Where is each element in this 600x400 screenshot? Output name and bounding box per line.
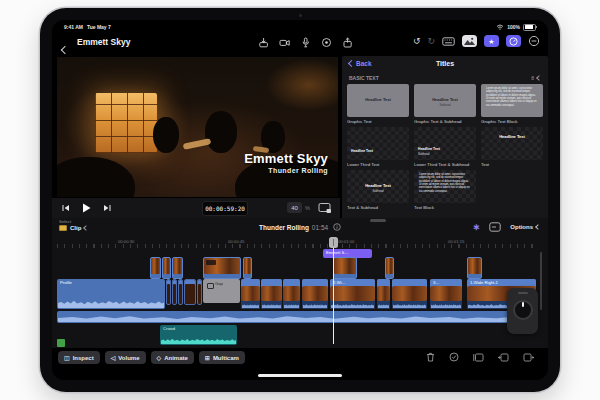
media-browser-button[interactable] xyxy=(462,35,477,47)
headline-text: Headline Text xyxy=(347,97,409,102)
title-thumbnail: Headline TextSubhead xyxy=(347,170,409,203)
headline-text: Headline Text xyxy=(347,183,409,188)
timeline-clip-video[interactable] xyxy=(150,257,161,279)
timeline-clip-mini[interactable] xyxy=(197,279,202,305)
animate-icon: ◇ xyxy=(157,354,162,361)
timeline-clip-video[interactable] xyxy=(385,257,394,279)
timeline-clip-profile[interactable]: Profile xyxy=(57,279,165,309)
microphone-button[interactable] xyxy=(300,37,311,48)
timeline-view-button[interactable] xyxy=(489,222,501,232)
status-time: 9:41 AM xyxy=(64,24,83,30)
timeline-clip-main[interactable] xyxy=(302,279,328,309)
skip-forward-button[interactable] xyxy=(103,204,111,212)
titles-browser-button[interactable]: ★ xyxy=(484,35,499,47)
connect-clip-button[interactable] xyxy=(473,353,484,362)
animate-button[interactable]: ◇Animate xyxy=(151,351,194,364)
battery-icon xyxy=(523,24,536,31)
camera-button[interactable] xyxy=(279,37,290,48)
timeline-clip-video[interactable] xyxy=(172,257,183,279)
inspector-button[interactable] xyxy=(506,35,521,47)
timeline-clip-mini[interactable] xyxy=(184,279,196,305)
timeline-scrollbar[interactable] xyxy=(540,252,542,310)
lorem-text: Lorem ipsum dolor sit amet, consectetur … xyxy=(414,170,476,196)
timeline-clip-gap[interactable]: Gap xyxy=(203,279,240,303)
edit-action-icons xyxy=(426,352,534,362)
timeline-clip-green[interactable] xyxy=(57,339,65,347)
share-button[interactable] xyxy=(342,37,353,48)
play-button[interactable] xyxy=(82,203,91,213)
title-thumbnail: Headline Text xyxy=(347,127,409,160)
timeline-clip-video[interactable] xyxy=(162,257,171,279)
subhead-text: Subhead xyxy=(347,189,409,193)
title-overlay: Emmett Skyy Thunder Rolling xyxy=(244,151,328,174)
redo-button[interactable]: ↻ xyxy=(427,37,435,46)
lorem-text: Lorem ipsum dolor sit amet, consectetur … xyxy=(481,84,543,110)
title-template-lower-third-text-subhead[interactable]: Headline TextSubheadLower Third Text & S… xyxy=(414,127,476,167)
hide-interface-button[interactable] xyxy=(528,35,540,47)
insert-clip-button[interactable] xyxy=(498,353,509,362)
timeline-clip-main[interactable] xyxy=(392,279,427,309)
title-template-text-block[interactable]: Lorem ipsum dolor sit amet, consectetur … xyxy=(414,170,476,210)
title-template-label: Graphic Text & Subhead xyxy=(414,119,476,124)
title-template-graphic-text-subhead[interactable]: Headline TextSubheadGraphic Text & Subhe… xyxy=(414,84,476,124)
title-template-graphic-text-block[interactable]: Lorem ipsum dolor sit amet, consectetur … xyxy=(481,84,543,124)
timeline-ruler[interactable]: 00:00:3000:00:4500:01:0000:01:15 xyxy=(52,238,548,249)
title-template-text-subhead[interactable]: Headline TextSubheadText & Subhead xyxy=(347,170,409,210)
ruler-label: 00:00:30 xyxy=(118,239,134,244)
timeline-resize-handle[interactable] xyxy=(370,219,386,222)
options-button[interactable]: Options xyxy=(510,224,540,230)
section-label: BASIC TEXT xyxy=(349,75,379,81)
info-icon[interactable] xyxy=(333,223,341,231)
timeline-clip-mini[interactable] xyxy=(172,279,177,305)
audience-silhouette xyxy=(57,157,135,197)
viewer-zoom-value[interactable]: 40 xyxy=(287,202,302,213)
title-template-graphic-text[interactable]: Headline TextGraphic Text xyxy=(347,84,409,124)
title-template-text[interactable]: Headline TextText xyxy=(481,127,543,167)
timeline-clip-crowd[interactable]: Crowd xyxy=(160,325,237,345)
timeline-clip-mini[interactable] xyxy=(166,279,171,305)
keyboard-button[interactable] xyxy=(442,37,455,46)
timeline-clip-main[interactable]: 2-Wi… xyxy=(330,279,375,309)
main-area: Emmett Skyy Thunder Rolling 00:00:59:20 … xyxy=(52,56,548,218)
skip-back-button[interactable] xyxy=(62,204,70,212)
panel-section-header[interactable]: BASIC TEXT 8 xyxy=(342,72,548,83)
playhead[interactable] xyxy=(333,238,334,344)
record-voiceover-button[interactable] xyxy=(321,37,332,48)
timeline-clip-main[interactable] xyxy=(283,279,300,309)
nav-center-icons xyxy=(258,37,353,48)
timeline-clip-mini[interactable] xyxy=(178,279,183,305)
disable-clip-button[interactable] xyxy=(449,352,459,362)
timeline-clip-main[interactable]: 3… xyxy=(430,279,462,309)
timeline-clip-video[interactable] xyxy=(203,257,241,279)
timeline-clip-video[interactable] xyxy=(333,257,357,279)
video-viewer[interactable]: Emmett Skyy Thunder Rolling xyxy=(57,57,338,197)
button-label: Volume xyxy=(118,355,139,361)
undo-button[interactable]: ↺ xyxy=(413,37,421,46)
timeline-clip-main[interactable] xyxy=(241,279,260,309)
playback-controls xyxy=(62,203,111,213)
delete-button[interactable] xyxy=(426,352,435,362)
inspect-button[interactable]: ◫Inspect xyxy=(58,351,100,364)
back-button[interactable] xyxy=(62,39,68,57)
timeline-clip-main[interactable] xyxy=(377,279,390,309)
status-bar: 9:41 AMTue May 7 100% xyxy=(52,20,548,31)
append-clip-button[interactable] xyxy=(523,353,534,362)
jog-wheel[interactable] xyxy=(507,288,538,334)
viewer-display-button[interactable] xyxy=(318,202,332,214)
timeline-clip-video[interactable] xyxy=(467,257,482,279)
connections-toggle-icon[interactable]: ∗ xyxy=(473,223,481,232)
clip-label: Profile xyxy=(57,279,165,286)
multicam-button[interactable]: ⊞Multicam xyxy=(199,351,245,364)
playhead-handle[interactable] xyxy=(329,237,338,248)
title-thumbnail: Lorem ipsum dolor sit amet, consectetur … xyxy=(414,170,476,203)
overlay-subtitle-text: Thunder Rolling xyxy=(244,167,328,174)
options-label: Options xyxy=(510,224,533,230)
timeline-clip-main[interactable] xyxy=(261,279,282,309)
import-media-button[interactable] xyxy=(258,37,269,48)
timeline-clip-video[interactable] xyxy=(243,257,252,279)
home-indicator[interactable] xyxy=(258,374,342,378)
timeline-clip-music[interactable] xyxy=(57,311,536,323)
volume-button[interactable]: ◁Volume xyxy=(105,351,146,364)
timeline-tracks: Emmett S…ProfileGap2-Wi…3…1-Wide Right-1… xyxy=(52,249,548,346)
title-template-lower-third-text[interactable]: Headline TextLower Third Text xyxy=(347,127,409,167)
